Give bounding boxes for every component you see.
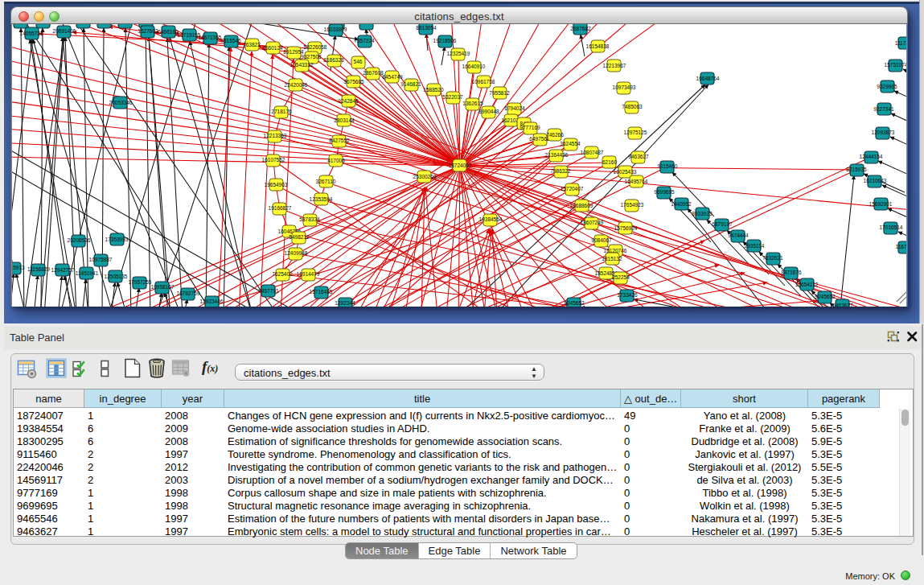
svg-text:19218506: 19218506 [433, 38, 457, 43]
svg-text:11451941: 11451941 [76, 270, 99, 276]
svg-text:9084067: 9084067 [591, 237, 612, 243]
svg-text:17353993: 17353993 [105, 237, 129, 242]
svg-text:9474444: 9474444 [728, 233, 749, 238]
svg-text:10719155: 10719155 [178, 32, 201, 38]
svg-text:1440952: 1440952 [671, 201, 692, 207]
svg-text:5878334: 5878334 [299, 216, 320, 222]
svg-text:16154838: 16154838 [586, 43, 610, 49]
svg-text:7986322: 7986322 [550, 168, 571, 174]
svg-text:9463627: 9463627 [628, 154, 649, 159]
svg-text:6794024: 6794024 [504, 105, 525, 111]
svg-text:62160: 62160 [602, 159, 617, 165]
svg-text:9146821: 9146821 [400, 81, 421, 87]
svg-text:7357224: 7357224 [354, 38, 375, 43]
svg-text:10807487: 10807487 [581, 150, 604, 155]
svg-text:8660124: 8660124 [262, 45, 283, 51]
svg-text:10025433: 10025433 [614, 169, 637, 175]
svg-text:12213967: 12213967 [603, 63, 626, 68]
svg-text:12093873: 12093873 [872, 130, 895, 135]
svg-text:10958107: 10958107 [151, 284, 175, 290]
svg-text:15751074: 15751074 [885, 62, 907, 68]
svg-text:2687682: 2687682 [570, 26, 591, 31]
svg-text:10654112: 10654112 [795, 282, 819, 287]
svg-text:16648764: 16648764 [696, 76, 720, 81]
svg-text:8933923: 8933923 [692, 211, 713, 216]
svg-text:15720407: 15720407 [561, 186, 584, 192]
svg-text:17957255: 17957255 [129, 279, 152, 285]
svg-text:8454749: 8454749 [382, 74, 403, 80]
svg-text:10961758: 10961758 [472, 79, 495, 84]
svg-text:5322037: 5322037 [442, 94, 463, 100]
svg-text:16210643: 16210643 [864, 178, 887, 183]
svg-text:3267110: 3267110 [316, 179, 336, 184]
svg-text:2867608: 2867608 [363, 70, 384, 76]
svg-text:12353594: 12353594 [310, 196, 333, 202]
svg-text:8427552: 8427552 [329, 138, 350, 143]
svg-text:6466160: 6466160 [158, 29, 179, 35]
svg-text:3624554: 3624554 [560, 141, 581, 146]
svg-text:10688609: 10688609 [570, 203, 593, 208]
svg-text:1815132: 1815132 [602, 256, 622, 262]
svg-text:1733426: 1733426 [617, 292, 638, 298]
svg-text:12409948: 12409948 [285, 250, 308, 256]
svg-text:20206536: 20206536 [68, 237, 91, 243]
svg-text:7485063: 7485063 [622, 104, 643, 109]
svg-text:22420046: 22420046 [285, 82, 308, 88]
svg-text:16033809: 16033809 [324, 27, 347, 32]
svg-text:14055724: 14055724 [20, 31, 43, 36]
svg-text:746266: 746266 [546, 132, 564, 138]
svg-text:12505135: 12505135 [105, 274, 128, 279]
svg-text:1117234: 1117234 [895, 40, 907, 46]
svg-text:2718176: 2718176 [271, 109, 292, 114]
svg-text:8215935: 8215935 [846, 167, 867, 172]
svg-text:19166827: 19166827 [269, 205, 292, 211]
svg-text:8471676: 8471676 [781, 270, 802, 275]
svg-text:9115460: 9115460 [658, 163, 678, 169]
svg-text:7515546: 7515546 [220, 38, 241, 43]
svg-text:9242848: 9242848 [338, 98, 359, 104]
svg-text:2803144: 2803144 [334, 117, 355, 123]
svg-text:9245652: 9245652 [815, 294, 836, 299]
svg-text:16640910: 16640910 [462, 64, 486, 69]
svg-text:252254: 252254 [612, 274, 630, 280]
svg-text:16914479: 16914479 [297, 271, 320, 277]
svg-text:9463627: 9463627 [832, 303, 853, 307]
svg-text:12213363: 12213363 [264, 133, 287, 138]
svg-text:9245652: 9245652 [564, 300, 585, 306]
svg-text:16671355: 16671355 [199, 35, 222, 40]
svg-text:18607249: 18607249 [581, 220, 604, 225]
svg-text:2935114: 2935114 [745, 243, 765, 249]
svg-text:6879197: 6879197 [712, 221, 733, 227]
svg-text:763822: 763822 [243, 42, 261, 47]
svg-text:19654963: 19654963 [265, 182, 288, 187]
svg-text:8186328: 8186328 [323, 57, 344, 63]
svg-text:12325419: 12325419 [447, 51, 470, 56]
svg-text:1292344: 1292344 [335, 300, 355, 306]
svg-text:15756924: 15756924 [614, 225, 638, 231]
svg-text:1362615: 1362615 [462, 101, 483, 106]
svg-text:16782759: 16782759 [177, 290, 200, 296]
svg-text:15716485: 15716485 [310, 289, 333, 295]
svg-text:12923446: 12923446 [200, 299, 224, 304]
svg-text:7632621: 7632621 [762, 255, 783, 261]
svg-text:1527602: 1527602 [138, 28, 158, 34]
svg-text:1588520: 1588520 [423, 87, 444, 93]
svg-text:10975887: 10975887 [89, 257, 113, 262]
svg-text:7625402: 7625402 [272, 271, 293, 277]
svg-text:12975125: 12975125 [624, 130, 647, 135]
svg-text:17654923: 17654923 [621, 202, 644, 208]
svg-text:10543312: 10543312 [290, 62, 314, 68]
svg-text:546: 546 [354, 59, 363, 64]
svg-text:9699695: 9699695 [654, 189, 675, 195]
svg-text:53226058: 53226058 [304, 44, 327, 50]
svg-text:16495764: 16495764 [625, 179, 648, 184]
svg-text:5498212: 5498212 [289, 234, 310, 240]
svg-text:9327508: 9327508 [301, 54, 322, 60]
svg-text:3675685: 3675685 [343, 79, 364, 84]
svg-text:7955812: 7955812 [489, 90, 510, 96]
svg-text:19384554: 19384554 [479, 216, 503, 222]
svg-text:17016514: 17016514 [880, 225, 903, 230]
svg-text:16107552: 16107552 [262, 157, 285, 163]
svg-text:9227341: 9227341 [873, 106, 894, 112]
svg-text:1167534: 1167534 [896, 244, 907, 249]
